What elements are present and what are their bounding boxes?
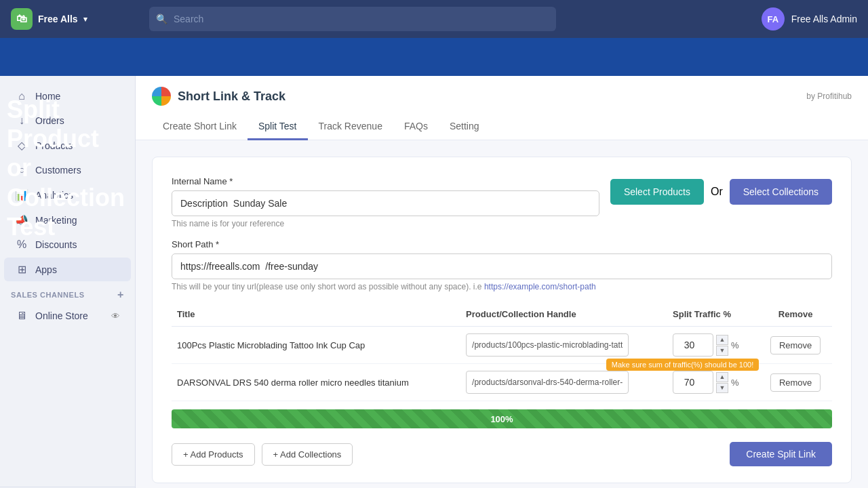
tab-track-revenue[interactable]: Track Revenue bbox=[308, 114, 393, 140]
row2-spinner-up[interactable]: ▲ bbox=[716, 372, 728, 382]
progress-bar-fill: 100% bbox=[172, 409, 832, 428]
online-store-icon: 🖥 bbox=[15, 310, 28, 322]
discounts-icon: % bbox=[15, 239, 28, 251]
sidebar-label-marketing: Marketing bbox=[35, 215, 77, 226]
sidebar-item-products[interactable]: ◇ Products bbox=[4, 134, 131, 157]
apps-icon: ⊞ bbox=[15, 263, 28, 276]
app-header: Short Link & Track by Profitihub Create … bbox=[136, 76, 868, 140]
topnav-right: FA Free Alls Admin bbox=[762, 7, 857, 30]
sidebar-label-discounts: Discounts bbox=[35, 239, 77, 250]
row2-spinner[interactable]: ▲ ▼ bbox=[716, 372, 728, 393]
orders-icon: ↓ bbox=[15, 115, 28, 127]
tabs: Create Short Link Split Test Track Reven… bbox=[152, 114, 852, 140]
row2-traffic-input[interactable] bbox=[673, 371, 713, 394]
progress-bar-bg: 100% bbox=[172, 409, 832, 428]
short-path-hint-link[interactable]: https://example.com/short-path bbox=[484, 282, 596, 291]
row1-remove-cell: Remove bbox=[759, 327, 832, 364]
sidebar: ⌂ Home ↓ Orders ◇ Products ○ Customers 📊… bbox=[0, 76, 136, 488]
tab-setting[interactable]: Setting bbox=[439, 114, 490, 140]
row1-handle-input[interactable] bbox=[466, 333, 629, 357]
row2-traffic-cell: ▲ ▼ % Make sure sum of traffic(%) should… bbox=[667, 364, 759, 401]
add-channel-button[interactable]: + bbox=[117, 289, 124, 301]
search-bar[interactable]: 🔍 bbox=[149, 7, 556, 31]
sidebar-item-customers[interactable]: ○ Customers bbox=[4, 159, 131, 182]
search-icon: 🔍 bbox=[156, 14, 167, 24]
avatar: FA bbox=[762, 7, 785, 30]
short-path-group: Short Path * This will be your tiny url(… bbox=[172, 239, 832, 291]
search-input[interactable] bbox=[149, 7, 556, 31]
internal-name-group: Internal Name * This name is for your re… bbox=[172, 176, 599, 228]
sidebar-item-home[interactable]: ⌂ Home bbox=[4, 85, 131, 108]
add-products-button[interactable]: + Add Products bbox=[172, 443, 255, 466]
tab-create-short-link[interactable]: Create Short Link bbox=[152, 114, 248, 140]
row2-handle-input[interactable] bbox=[466, 371, 629, 394]
sidebar-label-customers: Customers bbox=[35, 165, 81, 176]
internal-name-input[interactable] bbox=[172, 190, 599, 216]
col-handle: Product/Collection Handle bbox=[460, 302, 667, 327]
sidebar-item-analytics[interactable]: 📊 Analytics bbox=[4, 183, 131, 207]
create-split-link-button[interactable]: Create Split Link bbox=[730, 442, 832, 466]
tab-faqs[interactable]: FAQs bbox=[393, 114, 439, 140]
short-path-input[interactable] bbox=[172, 253, 832, 279]
col-title: Title bbox=[172, 302, 460, 327]
col-traffic: Split Traffic % bbox=[667, 302, 759, 327]
select-products-button[interactable]: Select Products bbox=[610, 179, 704, 205]
row1-pct-label: % bbox=[731, 340, 739, 350]
app-title-left: Short Link & Track bbox=[152, 87, 285, 106]
sidebar-item-discounts[interactable]: % Discounts bbox=[4, 233, 131, 256]
store-name: Free Alls bbox=[38, 14, 78, 24]
main-content: Short Link & Track by Profitihub Create … bbox=[136, 76, 868, 488]
sidebar-item-apps[interactable]: ⊞ Apps bbox=[4, 258, 131, 281]
sidebar-item-orders[interactable]: ↓ Orders bbox=[4, 109, 131, 132]
row1-traffic-input[interactable] bbox=[673, 333, 713, 357]
row2-remove-button[interactable]: Remove bbox=[770, 373, 821, 392]
select-collections-button[interactable]: Select Collections bbox=[730, 179, 832, 205]
progress-label: 100% bbox=[490, 414, 513, 424]
bottom-actions: + Add Products + Add Collections Create … bbox=[172, 442, 832, 466]
sidebar-item-online-store[interactable]: 🖥 Online Store 👁 bbox=[4, 304, 131, 327]
row1-spinner-down[interactable]: ▼ bbox=[716, 346, 728, 356]
admin-name: Free Alls Admin bbox=[791, 14, 857, 24]
sidebar-label-analytics: Analytics bbox=[35, 190, 73, 201]
progress-section: 100% bbox=[172, 409, 832, 428]
short-path-hint: This will be your tiny url(please use on… bbox=[172, 282, 832, 291]
customers-icon: ○ bbox=[15, 164, 28, 176]
add-btn-group: + Add Products + Add Collections bbox=[172, 443, 353, 466]
row2-title: DARSONVAL DRS 540 derma roller micro nee… bbox=[172, 364, 460, 401]
sales-channels-section: SALES CHANNELS + bbox=[0, 282, 135, 304]
row2-spinner-down[interactable]: ▼ bbox=[716, 383, 728, 393]
sidebar-item-marketing[interactable]: 📣 Marketing bbox=[4, 208, 131, 232]
home-icon: ⌂ bbox=[15, 90, 28, 102]
row1-spinner-up[interactable]: ▲ bbox=[716, 335, 728, 345]
app-by: by Profitihub bbox=[806, 92, 852, 101]
online-store-visibility-icon[interactable]: 👁 bbox=[111, 311, 120, 321]
sidebar-label-online-store: Online Store bbox=[35, 310, 88, 321]
sidebar-label-orders: Orders bbox=[35, 115, 64, 126]
add-collections-button[interactable]: + Add Collections bbox=[262, 443, 353, 466]
internal-name-hint: This name is for your reference bbox=[172, 219, 599, 228]
marketing-icon: 📣 bbox=[15, 214, 28, 226]
app-title: Short Link & Track bbox=[178, 89, 285, 104]
topnav: 🛍 Free Alls ▾ 🔍 FA Free Alls Admin bbox=[0, 0, 868, 38]
store-chevron: ▾ bbox=[83, 15, 87, 24]
table-row: DARSONVAL DRS 540 derma roller micro nee… bbox=[172, 364, 832, 401]
short-path-label: Short Path * bbox=[172, 239, 832, 249]
internal-name-label: Internal Name * bbox=[172, 176, 599, 186]
sidebar-label-products: Products bbox=[35, 140, 73, 151]
sidebar-label-apps: Apps bbox=[35, 264, 57, 275]
app-title-row: Short Link & Track by Profitihub bbox=[152, 87, 852, 106]
store-brand[interactable]: 🛍 Free Alls ▾ bbox=[11, 8, 133, 30]
row1-remove-button[interactable]: Remove bbox=[770, 336, 821, 354]
or-text: Or bbox=[711, 186, 723, 198]
tab-split-test[interactable]: Split Test bbox=[248, 114, 308, 140]
row1-spinner[interactable]: ▲ ▼ bbox=[716, 335, 728, 356]
shopify-logo: 🛍 bbox=[11, 8, 33, 30]
form-area: Internal Name * This name is for your re… bbox=[136, 140, 868, 488]
product-collection-buttons: Select Products Or Select Collections bbox=[610, 179, 832, 205]
form-card: Internal Name * This name is for your re… bbox=[152, 157, 852, 483]
products-icon: ◇ bbox=[15, 139, 28, 152]
sidebar-label-home: Home bbox=[35, 91, 60, 102]
col-remove: Remove bbox=[759, 302, 832, 327]
split-table: Title Product/Collection Handle Split Tr… bbox=[172, 302, 832, 401]
warning-badge: Make sure sum of traffic(%) should be 10… bbox=[606, 359, 760, 371]
